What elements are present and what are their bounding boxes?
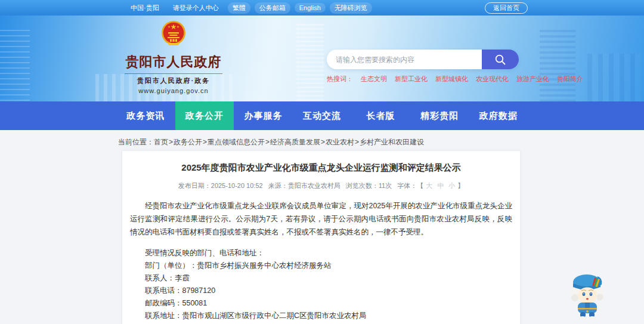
nav-item[interactable]: 长者版 (351, 101, 410, 130)
breadcrumb-link[interactable]: 重点领域信息公开 (208, 138, 270, 146)
mascot-icon (568, 270, 607, 320)
nav-item[interactable]: 精彩贵阳 (410, 101, 469, 130)
hot-search-link[interactable]: 农业现代化 (476, 75, 509, 84)
skyline-decoration (587, 54, 641, 101)
topbar-link[interactable]: English (295, 3, 326, 13)
article-meta: 发布日期：2025-10-20 10:52 来源：贵阳市农业农村局 浏览次数：1… (130, 181, 512, 190)
breadcrumb-label: 当前位置： (118, 138, 154, 146)
topbar-link[interactable]: 请登录个人中心 (168, 2, 224, 14)
search-button[interactable] (482, 50, 519, 69)
contact-line: 联系电话：87987120 (130, 285, 512, 297)
font-size-label: 字体：【 (397, 182, 423, 189)
font-size-label-close: 】 (457, 182, 464, 189)
breadcrumb-link[interactable]: 经济高质量发展 (270, 138, 326, 146)
article-paragraph: 经贵阳市农业产业化市级重点龙头企业联席会议成员单位审定，现对2025年开展的农业… (130, 199, 512, 239)
return-home-button[interactable]: 返回首页 (485, 2, 528, 14)
article-source: 来源：贵阳市农业农村局 (268, 182, 340, 189)
contact-line: 邮政编码：550081 (130, 297, 512, 310)
nav-item[interactable]: 办事服务 (234, 101, 293, 130)
hot-search-link[interactable]: 旅游产业化 (516, 75, 549, 84)
breadcrumb-link[interactable]: 乡村产业和农田建设 (360, 138, 424, 146)
skyline-decoration (0, 30, 30, 101)
nav-item[interactable]: 政府数据 (469, 101, 528, 130)
site-title: 贵阳市人民政府 (125, 53, 222, 71)
publish-date: 发布日期：2025-10-20 10:52 (178, 182, 263, 189)
nav-item[interactable]: 政务公开 (175, 101, 234, 130)
site-subtitle: 贵阳市人民政府·政务 (125, 73, 222, 85)
breadcrumb: 当前位置：首页政务公开重点领域信息公开经济高质量发展农业农村乡村产业和农田建设 (114, 136, 530, 148)
topbar-links: 中国·贵阳 请登录个人中心 繁體 公务邮箱 English 无障碍浏览 (126, 2, 372, 14)
main-nav: 政务资讯 政务公开 办事服务 互动交流 长者版 精彩贵阳 政府数据 (0, 101, 644, 130)
national-emblem-icon (160, 19, 187, 49)
topbar: 中国·贵阳 请登录个人中心 繁體 公务邮箱 English 无障碍浏览 返回首页 (0, 0, 644, 16)
contact-line: 受理情况反映的部门、电话和地址： (130, 247, 512, 260)
topbar-link[interactable]: 繁體 (228, 2, 250, 14)
site-url: www.guiyang.gov.cn (125, 87, 222, 94)
hot-search-link[interactable]: 生态文明 (361, 75, 387, 84)
nav-item[interactable]: 政务资讯 (116, 101, 175, 130)
search-area: 热搜词： 生态文明新型工业化新型城镇化农业现代化旅游产业化贵阳简介 (327, 50, 519, 84)
site-banner: 贵阳市人民政府 贵阳市人民政府·政务 www.guiyang.gov.cn 热搜… (0, 16, 644, 101)
article-title: 2025年度贵阳市农业产业化市级重点龙头企业运行监测和评定结果公示 (142, 162, 500, 174)
nav-item[interactable]: 互动交流 (293, 101, 352, 130)
hot-search-link[interactable]: 新型城镇化 (435, 75, 468, 84)
skyline-decoration (540, 30, 575, 101)
hot-search-link[interactable]: 新型工业化 (395, 75, 428, 84)
search-input[interactable] (327, 50, 482, 69)
article-body: 经贵阳市农业产业化市级重点龙头企业联席会议成员单位审定，现对2025年开展的农业… (130, 199, 512, 239)
article-card: 2025年度贵阳市农业产业化市级重点龙头企业运行监测和评定结果公示 发布日期：2… (122, 151, 520, 324)
view-count: 浏览次数：11次 (346, 182, 392, 189)
search-icon (494, 54, 506, 66)
hot-search: 热搜词： 生态文明新型工业化新型城镇化农业现代化旅游产业化贵阳简介 (327, 75, 519, 84)
breadcrumb-link[interactable]: 首页 (154, 138, 174, 146)
breadcrumb-link[interactable]: 政务公开 (174, 138, 208, 146)
font-size-button[interactable]: 小 (448, 182, 455, 189)
breadcrumb-link[interactable]: 农业农村 (326, 138, 360, 146)
hot-search-link[interactable]: 贵阳简介 (557, 75, 583, 84)
hot-search-label: 热搜词： (327, 75, 353, 84)
contact-line: 联系人：李霞 (130, 272, 512, 285)
contact-info: 受理情况反映的部门、电话和地址：部门（单位）：贵阳市乡村振兴服务中心农村经济服务… (130, 247, 512, 322)
topbar-link[interactable]: 无障碍浏览 (330, 2, 372, 14)
topbar-link[interactable]: 公务邮箱 (255, 2, 290, 14)
contact-line: 部门（单位）：贵阳市乡村振兴服务中心农村经济服务站 (130, 260, 512, 272)
mascot-widget[interactable] (568, 270, 607, 320)
topbar-link[interactable]: 中国·贵阳 (126, 2, 164, 14)
site-logo[interactable]: 贵阳市人民政府 贵阳市人民政府·政务 www.guiyang.gov.cn (125, 19, 222, 94)
font-size-button[interactable]: 中 (437, 182, 444, 189)
contact-line: 联系地址：贵阳市观山湖区市级行政中心二期C区贵阳市农业农村局 (130, 310, 512, 322)
font-size-button[interactable]: 大 (426, 182, 432, 189)
